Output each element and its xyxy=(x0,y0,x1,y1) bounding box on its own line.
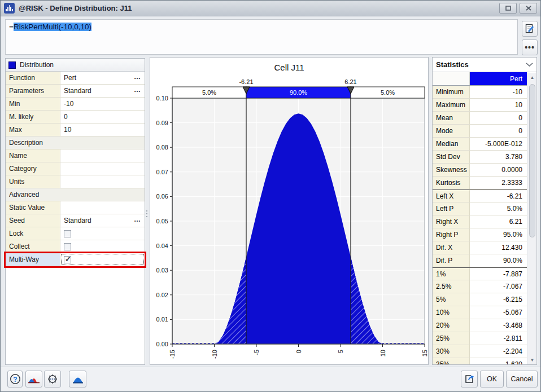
edit-formula-button[interactable] xyxy=(522,21,538,37)
close-button[interactable] xyxy=(520,3,537,14)
property-value[interactable]: Pert… xyxy=(60,72,145,84)
svg-text:5.0%: 5.0% xyxy=(202,89,216,96)
statistic-label: Dif. P xyxy=(433,254,470,267)
statistics-scrollbar[interactable]: ▲ ▼ xyxy=(527,73,536,364)
property-label: Parameters xyxy=(6,85,60,97)
statistic-row-2-5-: 2.5%-7.067 xyxy=(433,280,527,293)
svg-text:0.01: 0.01 xyxy=(156,316,168,323)
statistic-value: 0 xyxy=(470,112,527,124)
statistic-label: Minimum xyxy=(433,86,470,98)
properties-header: Distribution xyxy=(6,59,145,72)
property-value[interactable]: 0 xyxy=(60,111,145,123)
statistic-row-median: Median-5.000E-012 xyxy=(433,138,527,151)
statistic-row-35-: 35%-1.620 xyxy=(433,358,527,365)
title-bar[interactable]: @RISK - Define Distribution: J11 xyxy=(1,1,540,16)
property-value[interactable] xyxy=(60,227,145,240)
distribution-format-button[interactable] xyxy=(69,371,86,387)
property-row-parameters: ParametersStandard… xyxy=(6,85,145,98)
chevron-down-icon[interactable] xyxy=(526,63,533,67)
property-label: Lock xyxy=(6,227,60,240)
property-value[interactable]: -10 xyxy=(60,98,145,110)
property-row-max: Max10 xyxy=(6,124,145,136)
statistics-title: Statistics xyxy=(436,60,526,69)
checkbox-unchecked[interactable] xyxy=(64,243,71,250)
statistic-label: 5% xyxy=(433,293,470,306)
statistic-value: -5.067 xyxy=(470,306,527,319)
statistic-label: Kurtosis xyxy=(433,177,470,189)
svg-text:5: 5 xyxy=(337,350,344,353)
statistic-label: 1% xyxy=(433,268,470,280)
statistics-table: Pert Minimum-10Maximum10Mean0Mode0Median… xyxy=(433,72,527,365)
distribution-chart[interactable]: 0.000.010.020.030.040.050.060.070.080.09… xyxy=(150,58,429,365)
statistic-value: 12.430 xyxy=(470,241,527,254)
checkbox-unchecked[interactable] xyxy=(64,230,71,237)
statistic-label: 35% xyxy=(433,358,470,365)
property-label: Multi-Way xyxy=(6,253,60,266)
statistic-row-10-: 10%-5.067 xyxy=(433,306,527,319)
statistics-header: Statistics xyxy=(433,58,536,72)
property-value[interactable] xyxy=(60,240,145,253)
scroll-up-button[interactable]: ▲ xyxy=(529,73,536,81)
ellipsis-button[interactable]: … xyxy=(134,73,141,81)
gear-icon xyxy=(47,373,58,385)
export-button[interactable] xyxy=(461,371,478,387)
distribution-chart-panel: Cell J11 0.000.010.020.030.040.050.060.0… xyxy=(150,57,429,365)
scroll-down-button[interactable]: ▼ xyxy=(529,356,536,364)
define-distribution-dialog: @RISK - Define Distribution: J11 =RiskPe… xyxy=(0,0,541,392)
statistic-label: Median xyxy=(433,138,470,150)
statistic-row-left-x: Left X-6.21 xyxy=(433,190,527,202)
statistic-label: Std Dev xyxy=(433,151,470,163)
svg-text:0.02: 0.02 xyxy=(156,292,168,298)
statistic-value: -5.000E-012 xyxy=(470,138,527,150)
scrollbar-thumb[interactable] xyxy=(529,84,535,237)
statistic-value: -10 xyxy=(470,86,527,98)
statistic-label: 2.5% xyxy=(433,280,470,293)
statistic-label: Skewness xyxy=(433,164,470,176)
formula-input[interactable]: =RiskPertMulti(-10,0,10) xyxy=(5,19,518,55)
svg-text:0.06: 0.06 xyxy=(156,193,168,200)
property-value[interactable] xyxy=(60,162,145,175)
distributions-overlay-icon xyxy=(28,374,40,384)
formula-options-button[interactable]: ••• xyxy=(522,39,538,55)
settings-button[interactable] xyxy=(44,371,61,387)
overlay-distribution-button[interactable] xyxy=(25,371,42,387)
statistic-label: 10% xyxy=(433,306,470,319)
property-value[interactable]: Standard… xyxy=(60,85,145,97)
property-value[interactable] xyxy=(60,149,145,162)
svg-text:0.09: 0.09 xyxy=(156,120,168,126)
section-header-advanced: Advanced xyxy=(6,188,145,201)
property-label: Category xyxy=(6,162,60,175)
property-label: Name xyxy=(6,149,60,162)
statistic-value: 5.0% xyxy=(470,202,527,215)
statistic-row-mean: Mean0 xyxy=(433,112,527,125)
statistic-row-5-: 5%-6.215 xyxy=(433,293,527,306)
property-value[interactable] xyxy=(60,253,145,266)
statistic-row-1-: 1%-7.887 xyxy=(433,267,527,280)
ellipsis-button[interactable]: … xyxy=(134,86,141,94)
ellipsis-button[interactable]: … xyxy=(134,215,141,223)
help-button[interactable]: ? xyxy=(7,371,23,387)
panel-splitter[interactable] xyxy=(146,206,148,221)
cancel-button[interactable]: Cancel xyxy=(506,371,538,387)
property-value[interactable] xyxy=(60,201,145,214)
statistic-label: Dif. X xyxy=(433,241,470,254)
property-row-units: Units xyxy=(6,175,145,188)
svg-text:5.0%: 5.0% xyxy=(381,89,395,96)
statistics-column-header-row: Pert xyxy=(433,72,527,86)
statistic-row-skewness: Skewness0.0000 xyxy=(433,164,527,177)
formula-selected-text: RiskPertMulti(-10,0,10) xyxy=(14,23,91,31)
property-value[interactable] xyxy=(60,175,145,188)
svg-text:0.05: 0.05 xyxy=(156,218,168,224)
property-value[interactable]: 10 xyxy=(60,124,145,136)
property-value[interactable]: Standard… xyxy=(60,214,145,227)
statistic-value: 0.0000 xyxy=(470,164,527,176)
app-icon xyxy=(4,3,15,14)
restore-button[interactable] xyxy=(499,3,517,14)
help-icon: ? xyxy=(10,373,21,385)
statistic-row-right-p: Right P95.0% xyxy=(433,228,527,241)
svg-text:-10: -10 xyxy=(211,350,218,359)
statistic-value: 0 xyxy=(470,125,527,137)
checkbox-checked[interactable] xyxy=(64,256,71,263)
ok-button[interactable]: OK xyxy=(480,371,504,387)
property-value-text: 0 xyxy=(64,113,68,121)
